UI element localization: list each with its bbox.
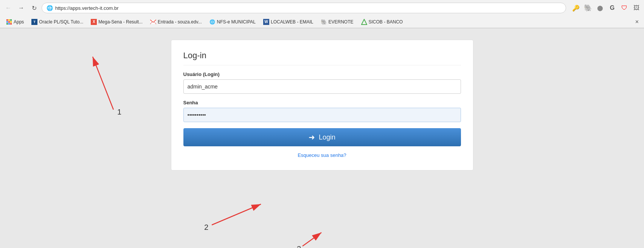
bookmark-megasena[interactable]: X Mega-Sena - Result... bbox=[88, 18, 146, 26]
bookmark-oracle[interactable]: T Oracle PL/SQL Tuto... bbox=[28, 18, 86, 26]
bookmark-localweb[interactable]: W LOCALWEB - EMAIL bbox=[260, 18, 316, 26]
bookmark-entrada[interactable]: Entrada - souza.edv... bbox=[147, 18, 205, 26]
annotation-2-label: 2 bbox=[204, 223, 208, 231]
bookmark-nfse-label: NFS-e MUNICIPAL bbox=[217, 19, 256, 25]
svg-rect-3 bbox=[6, 21, 8, 23]
svg-rect-4 bbox=[8, 21, 10, 23]
evernote-bm-icon: 🐘 bbox=[321, 19, 327, 25]
bookmark-evernote[interactable]: 🐘 EVERNOTE bbox=[318, 18, 357, 26]
bookmarks-bar: Apps T Oracle PL/SQL Tuto... X Mega-Sena… bbox=[0, 16, 644, 28]
address-bar[interactable]: 🌐 https://apps.vertech-it.com.br bbox=[42, 3, 566, 13]
bookmarks-close-button[interactable]: × bbox=[633, 18, 641, 26]
bookmark-localweb-label: LOCALWEB - EMAIL bbox=[271, 19, 313, 25]
g-icon[interactable]: G bbox=[608, 3, 617, 12]
login-arrow-icon: ➜ bbox=[309, 133, 315, 142]
bookmark-evernote-label: EVERNOTE bbox=[329, 19, 354, 25]
svg-rect-8 bbox=[10, 23, 12, 25]
forgot-password-link[interactable]: Esqueceu sua senha? bbox=[298, 152, 346, 158]
forgot-password-section: Esqueceu sua senha? bbox=[183, 152, 461, 158]
shield-icon[interactable]: 🛡 bbox=[620, 3, 629, 12]
annotation-1-arrow bbox=[93, 57, 113, 110]
annotation-3-label: 3 bbox=[297, 245, 301, 248]
browser-chrome: ← → ↻ 🌐 https://apps.vertech-it.com.br 🔑… bbox=[0, 0, 644, 28]
bookmark-entrada-label: Entrada - souza.edv... bbox=[158, 19, 202, 25]
svg-rect-5 bbox=[10, 21, 12, 23]
username-label: Usuário (Login) bbox=[183, 71, 461, 77]
login-button-label: Login bbox=[319, 133, 335, 141]
bookmark-apps-label: Apps bbox=[14, 19, 24, 25]
megasena-icon: X bbox=[91, 19, 97, 25]
circle-icon[interactable]: ⬤ bbox=[596, 3, 605, 12]
globe-icon: 🌐 bbox=[47, 5, 53, 11]
username-group: Usuário (Login) bbox=[183, 71, 461, 94]
gmail-icon bbox=[150, 19, 156, 25]
bookmark-apps[interactable]: Apps bbox=[3, 18, 27, 26]
username-input[interactable] bbox=[183, 79, 461, 94]
annotation-1-label: 1 bbox=[117, 108, 121, 116]
forward-button[interactable]: → bbox=[16, 3, 26, 13]
toolbar-icons: 🔑 🐘 ⬤ G 🛡 🖼 bbox=[571, 3, 641, 12]
evernote-icon[interactable]: 🐘 bbox=[583, 3, 593, 12]
bookmark-nfse[interactable]: 🌐 NFS-e MUNICIPAL bbox=[206, 18, 259, 26]
annotation-2-arrow bbox=[212, 204, 261, 225]
svg-rect-7 bbox=[8, 23, 10, 25]
login-card: Log-in Usuário (Login) Senha ➜ Login Esq… bbox=[171, 40, 473, 170]
key-icon[interactable]: 🔑 bbox=[571, 3, 580, 12]
password-label: Senha bbox=[183, 100, 461, 105]
nfse-icon: 🌐 bbox=[209, 19, 216, 25]
svg-rect-6 bbox=[6, 23, 8, 25]
page-content: Log-in Usuário (Login) Senha ➜ Login Esq… bbox=[0, 28, 644, 248]
bookmark-sicob-label: SICOB - BANCO bbox=[369, 19, 403, 25]
oracle-icon: T bbox=[31, 19, 37, 25]
svg-rect-1 bbox=[8, 19, 10, 21]
svg-rect-2 bbox=[10, 19, 12, 21]
password-group: Senha bbox=[183, 100, 461, 122]
localweb-icon: W bbox=[263, 19, 269, 25]
annotation-3-arrow bbox=[303, 232, 321, 246]
sicob-icon bbox=[361, 19, 367, 25]
apps-grid-icon bbox=[6, 19, 12, 25]
login-button[interactable]: ➜ Login bbox=[183, 128, 461, 146]
back-button[interactable]: ← bbox=[3, 3, 14, 13]
nav-bar: ← → ↻ 🌐 https://apps.vertech-it.com.br 🔑… bbox=[0, 0, 644, 16]
password-input[interactable] bbox=[183, 108, 461, 122]
reload-button[interactable]: ↻ bbox=[29, 3, 39, 13]
svg-marker-12 bbox=[362, 19, 367, 25]
bookmark-sicob[interactable]: SICOB - BANCO bbox=[358, 18, 406, 26]
image-icon[interactable]: 🖼 bbox=[632, 3, 641, 12]
svg-rect-0 bbox=[6, 19, 8, 21]
url-text: https://apps.vertech-it.com.br bbox=[55, 5, 119, 11]
login-title: Log-in bbox=[183, 51, 461, 65]
bookmark-megasena-label: Mega-Sena - Result... bbox=[98, 19, 143, 25]
bookmark-oracle-label: Oracle PL/SQL Tuto... bbox=[39, 19, 83, 25]
